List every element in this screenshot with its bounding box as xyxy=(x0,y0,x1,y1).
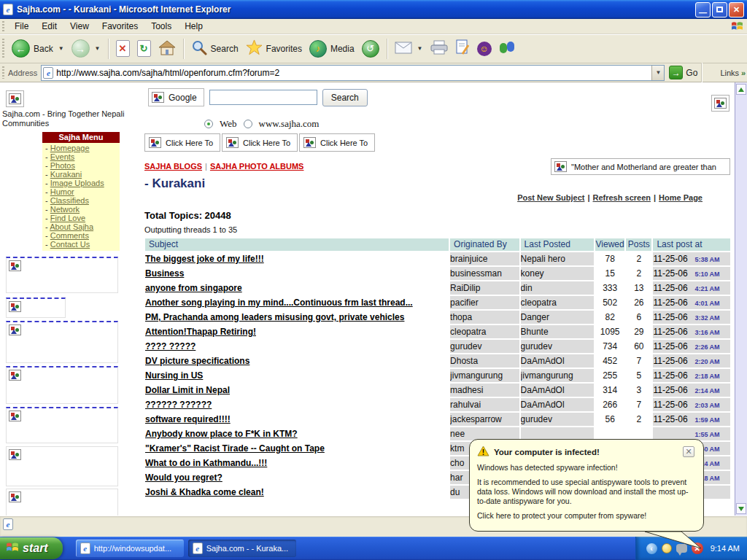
menu-file[interactable]: File xyxy=(8,20,35,33)
sajha-photo-albums-link[interactable]: SAJHA PHOTO ALBUMS xyxy=(210,162,304,171)
msn-messenger-button[interactable] xyxy=(495,41,519,57)
back-dropdown-icon[interactable]: ▼ xyxy=(58,45,64,52)
promo-buttons: Click Here To Click Here To Click Here T… xyxy=(144,133,375,152)
search-input[interactable] xyxy=(209,90,317,105)
broken-image-icon xyxy=(9,260,21,271)
mail-dropdown-icon[interactable]: ▼ xyxy=(417,45,423,52)
search-button[interactable]: Search xyxy=(187,39,242,58)
home-button[interactable] xyxy=(155,39,179,58)
window-title: Sajha.com - - Kurakani - Microsoft Inter… xyxy=(17,4,694,15)
go-button[interactable]: → Go xyxy=(669,66,697,79)
topic-link[interactable]: ?????? ?????? xyxy=(145,400,212,410)
links-chevron-icon[interactable]: » xyxy=(741,69,746,77)
maximize-button[interactable] xyxy=(712,2,727,18)
forward-dropdown-icon[interactable]: ▼ xyxy=(95,45,101,52)
close-button[interactable]: ✕ xyxy=(729,2,744,18)
home-page-link[interactable]: Home Page xyxy=(659,193,703,202)
yahoo-messenger-button[interactable]: ☺ xyxy=(473,42,495,56)
click-here-button[interactable]: Click Here To xyxy=(222,133,298,152)
sidebar-item-photos[interactable]: - Photos xyxy=(45,161,118,170)
topic-link[interactable]: Joshi & Khadka come clean! xyxy=(145,487,264,497)
click-here-button[interactable]: Click Here To xyxy=(144,133,220,152)
topic-link[interactable]: "Kramer's" Racist Tirade -- Caught on Ta… xyxy=(145,443,325,454)
sidebar-item-kurakani[interactable]: - Kurakani xyxy=(45,170,118,179)
topic-link[interactable]: Business xyxy=(145,268,184,279)
radio-web[interactable] xyxy=(204,120,213,128)
table-row: DV picture specificationsDhostaDaAmAdOl4… xyxy=(145,354,730,368)
sidebar-item-contact-us[interactable]: - Contact Us xyxy=(45,240,118,249)
topic-link[interactable]: Another song playing in my mind....Conti… xyxy=(145,298,413,308)
toolbar-grip[interactable] xyxy=(2,39,4,58)
menu-view[interactable]: View xyxy=(63,20,96,33)
mail-button[interactable]: ▼ xyxy=(391,42,427,56)
topic-link[interactable]: ???? ????? xyxy=(145,341,196,351)
sidebar-item-classifieds[interactable]: - Classifieds xyxy=(45,196,118,205)
toolbar-grip[interactable] xyxy=(2,21,4,31)
menu-edit[interactable]: Edit xyxy=(35,20,63,33)
click-here-button[interactable]: Click Here To xyxy=(299,133,375,152)
topic-link[interactable]: Anybody know place to F*K in KTM? xyxy=(145,429,298,439)
topic-link[interactable]: Would you regret? xyxy=(145,472,222,483)
page-scrollbar[interactable] xyxy=(735,82,747,516)
topic-link[interactable]: Nursing in US xyxy=(145,370,203,381)
last-post-date: 11-25-06 xyxy=(653,414,694,424)
address-url[interactable]: http://www.sajha.com/sajha/html/openforu… xyxy=(56,68,651,78)
forward-button[interactable]: → ▼ xyxy=(68,39,104,58)
menu-favorites[interactable]: Favorites xyxy=(96,20,144,33)
print-button[interactable] xyxy=(427,40,452,57)
address-field[interactable]: e http://www.sajha.com/sajha/html/openfo… xyxy=(41,65,665,81)
standard-buttons-toolbar: ← Back ▼ → ▼ ✕ ↻ xyxy=(0,34,747,63)
history-icon: ↺ xyxy=(362,40,379,58)
scroll-up-icon[interactable] xyxy=(736,84,746,95)
history-button[interactable]: ↺ xyxy=(358,40,383,58)
taskbar-task-windowsupdate[interactable]: e http://windowsupdat... xyxy=(76,540,184,557)
taskbar-task-sajha[interactable]: e Sajha.com - - Kuraka... xyxy=(188,540,296,557)
broken-image-icon xyxy=(554,161,567,172)
col-subject: Subject xyxy=(145,238,449,251)
sidebar-item-homepage[interactable]: - Homepage xyxy=(45,144,118,152)
balloon-line3[interactable]: Click here to protect your computer from… xyxy=(477,511,694,521)
broken-image-icon xyxy=(9,411,21,421)
sidebar-item-find-love[interactable]: - Find Love xyxy=(45,214,118,222)
search-submit-button[interactable]: Search xyxy=(322,89,368,106)
sidebar-item-humor[interactable]: - Humor xyxy=(45,187,118,196)
total-topics: Total Topics: 20448 xyxy=(144,210,231,221)
start-button[interactable]: start xyxy=(0,537,63,559)
radio-site[interactable] xyxy=(244,120,252,128)
topic-link[interactable]: The biggest joke of my life!!! xyxy=(145,254,264,264)
scroll-down-icon[interactable] xyxy=(736,503,746,514)
back-button[interactable]: ← Back ▼ xyxy=(8,39,68,58)
sidebar-item-comments[interactable]: - Comments xyxy=(45,231,118,240)
sidebar-item-about-sajha[interactable]: - About Sajha xyxy=(45,222,118,231)
media-button[interactable]: ♪ Media xyxy=(306,40,358,58)
topic-link[interactable]: Dollar Limit in Nepal xyxy=(145,385,230,395)
topic-link[interactable]: DV picture specifications xyxy=(145,356,249,366)
sidebar-item-network[interactable]: - Network xyxy=(45,205,118,214)
sidebar-item-image-uploads[interactable]: - Image Uploads xyxy=(45,179,118,187)
toolbar-grip[interactable] xyxy=(2,66,4,79)
sidebar-item-events[interactable]: - Events xyxy=(45,152,118,161)
links-bar[interactable]: Links » xyxy=(710,69,746,77)
desktop: e Sajha.com - - Kurakani - Microsoft Int… xyxy=(0,0,747,560)
edit-button[interactable] xyxy=(452,39,473,58)
menu-tools[interactable]: Tools xyxy=(144,20,178,33)
refresh-screen-link[interactable]: Refresh screen xyxy=(593,193,651,202)
forward-icon: → xyxy=(71,39,90,58)
minimize-button[interactable]: — xyxy=(695,2,711,18)
topic-link[interactable]: anyone from singapore xyxy=(145,283,242,293)
topic-link[interactable]: software required!!!! xyxy=(145,414,231,424)
post-new-subject-link[interactable]: Post New Subject xyxy=(517,193,584,202)
sajha-blogs-link[interactable]: SAJHA BLOGS xyxy=(144,162,202,171)
balloon-close-icon[interactable]: ✕ xyxy=(683,446,694,457)
topic-link[interactable]: Attention!Thapap Retiring! xyxy=(145,327,256,337)
sajha-menu-list: - Homepage - Events - Photos - Kurakani … xyxy=(42,143,120,251)
refresh-button[interactable]: ↻ xyxy=(133,40,155,57)
stop-button[interactable]: ✕ xyxy=(112,40,133,57)
menu-help[interactable]: Help xyxy=(178,20,209,33)
address-dropdown-icon[interactable]: ▼ xyxy=(651,66,664,80)
topic-link[interactable]: PM, Prachanda among leaders misusing gov… xyxy=(145,312,404,322)
forum-actions: Post New Subject|Refresh screen|Home Pag… xyxy=(517,193,703,202)
favorites-button[interactable]: Favorites xyxy=(242,39,306,58)
spyware-warning-balloon[interactable]: ! Your computer is infected! ✕ Windows h… xyxy=(469,439,704,532)
topic-link[interactable]: What to do in Kathmandu...!!! xyxy=(145,458,267,468)
